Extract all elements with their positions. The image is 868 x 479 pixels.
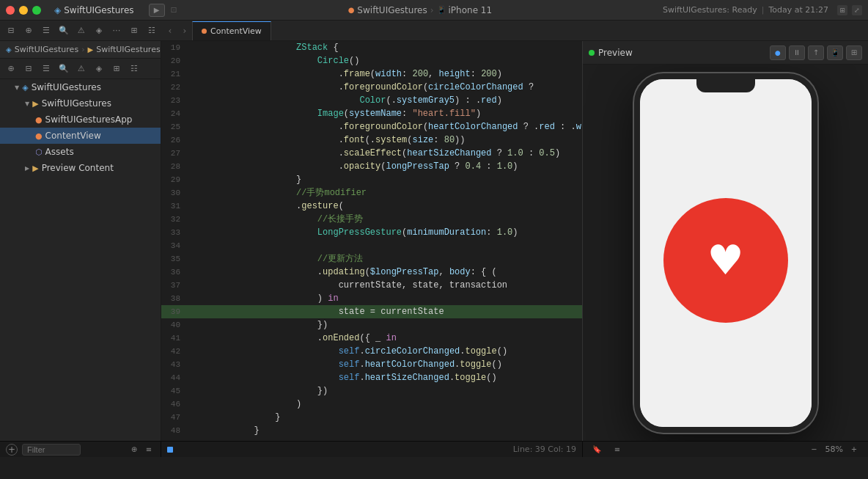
code-editor[interactable]: 19 ZStack { 20 Circle() 21 .frame(width:… bbox=[161, 41, 582, 441]
code-line-22: 22 .foregroundColor(circleColorChanged ? bbox=[161, 81, 582, 94]
filter-btn-2[interactable]: ≡ bbox=[143, 444, 155, 456]
traffic-lights bbox=[6, 6, 41, 15]
file-icon-title: ● bbox=[348, 6, 355, 14]
filter-btn-1[interactable]: ⊕ bbox=[128, 444, 140, 456]
maximize-button[interactable] bbox=[32, 6, 41, 15]
breadcrumb-item-2[interactable]: SwiftUIGestures bbox=[96, 45, 160, 54]
sidebar-project-label: SwiftUIGestures bbox=[32, 82, 101, 92]
code-line-32: 32 //长接手势 bbox=[161, 213, 582, 226]
preview-toolbar-btns: ● ⏸ ↑ 📱 ⊞ bbox=[770, 45, 862, 60]
close-button[interactable] bbox=[6, 6, 15, 15]
zoom-out-btn[interactable]: − bbox=[806, 442, 823, 457]
run-button[interactable]: ▶ bbox=[149, 4, 165, 17]
sidebar-tool-1[interactable]: ⊕ bbox=[3, 62, 19, 76]
preview-toolbar: Preview ● ⏸ ↑ 📱 ⊞ bbox=[583, 41, 868, 65]
breadcrumb-proj-icon: ◈ bbox=[6, 45, 12, 54]
add-filter-btn[interactable]: + bbox=[6, 444, 18, 456]
fullscreen-btn[interactable]: ⤢ bbox=[852, 5, 862, 15]
code-line-35: 35 //更新方法 bbox=[161, 252, 582, 266]
preview-duplicate-btn[interactable]: ⊞ bbox=[846, 45, 862, 60]
code-line-21: 21 .frame(width: 200, height: 200) bbox=[161, 67, 582, 81]
preview-share-btn[interactable]: ↑ bbox=[808, 45, 824, 60]
sidebar-item-project[interactable]: ▼ ◈ SwiftUIGestures bbox=[0, 79, 161, 95]
preview-status-dot bbox=[589, 50, 595, 56]
code-line-38: 38 ) in bbox=[161, 292, 582, 305]
tab-back[interactable]: ‹ bbox=[163, 23, 177, 38]
code-line-45: 45 }) bbox=[161, 384, 582, 398]
sidebar-preview-label: Preview Content bbox=[42, 163, 114, 173]
split-btn[interactable]: ⊞ bbox=[837, 5, 847, 15]
sidebar-tool-7[interactable]: ⊞ bbox=[108, 62, 125, 76]
sidebar-item-group[interactable]: ▼ ▶ SwiftUIGestures bbox=[0, 95, 161, 111]
code-line-27: 27 .scaleEffect(heartSizeChanged ? 1.0 :… bbox=[161, 147, 582, 160]
status-indicator bbox=[167, 447, 173, 453]
folder-icon: ▶ bbox=[32, 99, 38, 109]
code-line-36: 36 .updating($longPressTap, body: { ( bbox=[161, 266, 582, 279]
toolbar-btn-4[interactable]: 🔍 bbox=[56, 23, 72, 38]
toolbar-btn-3[interactable]: ☰ bbox=[38, 23, 54, 38]
tab-bar: ⊟ ⊕ ☰ 🔍 ⚠ ◈ ⋯ ⊞ ☷ ‹ › ContentView bbox=[0, 21, 868, 41]
preview-list-btn[interactable]: ≡ bbox=[609, 442, 625, 457]
sidebar-tool-2[interactable]: ⊟ bbox=[21, 62, 37, 76]
swift-icon-cv: ● bbox=[35, 131, 43, 141]
toolbar-btn-5[interactable]: ⚠ bbox=[73, 23, 89, 38]
preview-live-btn[interactable]: ● bbox=[770, 45, 786, 60]
sidebar-item-assets[interactable]: ⬡ Assets bbox=[0, 144, 161, 160]
preview-bookmark-btn[interactable]: 🔖 bbox=[589, 442, 605, 457]
filter-input[interactable] bbox=[22, 444, 81, 456]
title-project: SwiftUIGestures bbox=[357, 5, 427, 15]
preview-label: Preview bbox=[598, 48, 633, 58]
project-title: SwiftUIGestures bbox=[64, 5, 133, 15]
sidebar-item-contentview[interactable]: ● ContentView bbox=[0, 128, 161, 144]
heart-circle: ♥ bbox=[663, 198, 788, 323]
zoom-in-btn[interactable]: + bbox=[846, 442, 862, 457]
code-line-24: 24 Image(systemName: "heart.fill") bbox=[161, 107, 582, 120]
sidebar-tool-4[interactable]: 🔍 bbox=[56, 62, 72, 76]
iphone-mockup: ♥ bbox=[634, 73, 817, 433]
breadcrumb-item-1[interactable]: SwiftUIGestures bbox=[15, 45, 78, 54]
sidebar-cv-label: ContentView bbox=[45, 131, 101, 141]
preview-device-btn[interactable]: 📱 bbox=[827, 45, 843, 60]
sidebar-item-preview[interactable]: ▶ ▶ Preview Content bbox=[0, 160, 161, 176]
asset-icon: ⬡ bbox=[35, 147, 43, 157]
breadcrumb-folder-icon: ▶ bbox=[88, 45, 94, 54]
code-line-20: 20 Circle() bbox=[161, 54, 582, 67]
code-line-42: 42 self.circleColorChanged.toggle() bbox=[161, 345, 582, 358]
sidebar-group-label: SwiftUIGestures bbox=[42, 98, 111, 109]
code-line-29: 29 } bbox=[161, 173, 582, 186]
preview-pause-btn[interactable]: ⏸ bbox=[789, 45, 805, 60]
code-line-31: 31 .gesture( bbox=[161, 200, 582, 213]
tab-contentview[interactable]: ContentView bbox=[192, 21, 271, 40]
zoom-level: 58% bbox=[825, 445, 843, 454]
toolbar-btn-8[interactable]: ⊞ bbox=[126, 23, 142, 38]
sidebar-tool-6[interactable]: ◈ bbox=[91, 62, 107, 76]
code-line-33: 33 LongPressGesture(minimumDuration: 1.0… bbox=[161, 226, 582, 239]
toolbar-btn-6[interactable]: ◈ bbox=[91, 23, 107, 38]
code-line-19: 19 ZStack { bbox=[161, 41, 582, 54]
tab-modified-dot bbox=[202, 29, 207, 34]
code-line-39: 39 state = currentState bbox=[161, 305, 582, 318]
code-line-48: 48 } bbox=[161, 424, 582, 437]
tab-forward[interactable]: › bbox=[177, 23, 192, 38]
line-col-info: Line: 39 Col: 19 bbox=[513, 445, 576, 454]
code-line-34: 34 bbox=[161, 239, 582, 252]
sidebar: ◈ SwiftUIGestures › ▶ SwiftUIGestures › … bbox=[0, 41, 161, 441]
code-line-49: 49 bbox=[161, 437, 582, 441]
sidebar-app-label: SwiftUIGesturesApp bbox=[45, 114, 133, 125]
run-icon: ▶ bbox=[154, 6, 160, 14]
toolbar-btn-7[interactable]: ⋯ bbox=[108, 23, 125, 38]
code-line-23: 23 Color(.systemGray5) : .red) bbox=[161, 94, 582, 107]
sidebar-tool-8[interactable]: ☷ bbox=[126, 62, 142, 76]
sidebar-toggle[interactable]: ⊟ bbox=[3, 23, 19, 38]
chevron-down-icon: ▼ bbox=[15, 84, 19, 91]
sidebar-tool-5[interactable]: ⚠ bbox=[73, 62, 89, 76]
sidebar-item-app[interactable]: ● SwiftUIGesturesApp bbox=[0, 111, 161, 128]
chevron-open-icon: ▼ bbox=[25, 100, 29, 107]
code-line-40: 40 }) bbox=[161, 318, 582, 332]
preview-title: Preview bbox=[589, 48, 633, 58]
toolbar-btn-2[interactable]: ⊕ bbox=[21, 23, 37, 38]
code-line-30: 30 //手势modifier bbox=[161, 186, 582, 200]
sidebar-tool-3[interactable]: ☰ bbox=[38, 62, 54, 76]
toolbar-btn-9[interactable]: ☷ bbox=[144, 23, 160, 38]
minimize-button[interactable] bbox=[19, 6, 28, 15]
